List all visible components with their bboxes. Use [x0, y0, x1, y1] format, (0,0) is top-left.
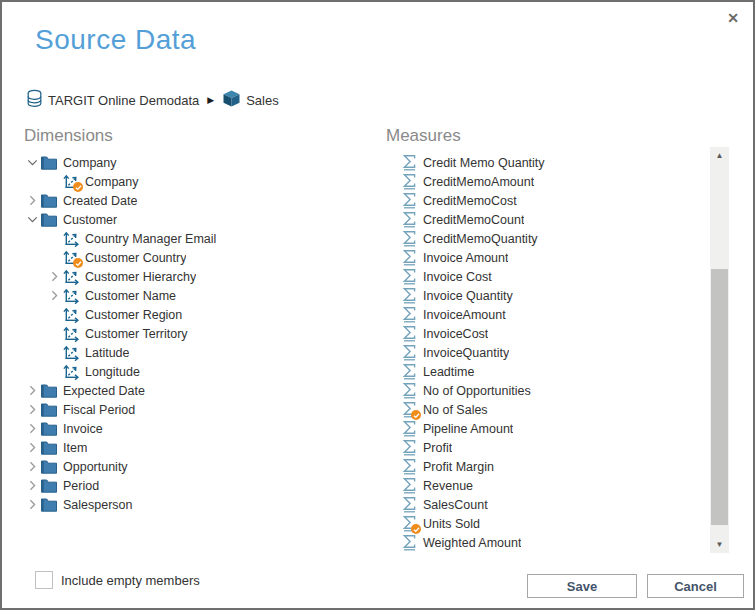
measure-units-sold[interactable]: Units Sold	[386, 514, 708, 533]
tree-item-label: Customer Territory	[85, 327, 188, 341]
tree-dimension-customer-territory[interactable]: Customer Territory	[24, 324, 376, 343]
folder-icon	[40, 496, 58, 513]
orange-check-badge	[73, 182, 83, 192]
scrollbar-down-icon[interactable]: ▼	[710, 536, 729, 553]
tree-folder-expected-date[interactable]: Expected Date	[24, 381, 376, 400]
chevron-right-icon[interactable]	[46, 288, 62, 304]
measure-invoice-quantity[interactable]: Invoice Quantity	[386, 286, 708, 305]
chevron-right-icon[interactable]	[24, 421, 40, 437]
cancel-button[interactable]: Cancel	[647, 574, 744, 598]
tree-folder-company[interactable]: Company	[24, 153, 376, 172]
measure-item-label: Invoice Quantity	[423, 289, 513, 303]
measure-creditmemocost[interactable]: CreditMemoCost	[386, 191, 708, 210]
measure-creditmemoamount[interactable]: CreditMemoAmount	[386, 172, 708, 191]
sigma-icon	[400, 477, 418, 494]
measure-invoicequantity[interactable]: InvoiceQuantity	[386, 343, 708, 362]
measure-revenue[interactable]: Revenue	[386, 476, 708, 495]
chevron-spacer	[46, 326, 62, 342]
sigma-icon	[400, 192, 418, 209]
measure-no-of-opportunities[interactable]: No of Opportunities	[386, 381, 708, 400]
close-icon[interactable]: ✕	[723, 8, 743, 28]
include-empty-members-checkbox[interactable]	[35, 571, 53, 589]
measures-scrollbar-track[interactable]: ▲ ▼	[710, 147, 729, 553]
measure-invoice-amount[interactable]: Invoice Amount	[386, 248, 708, 267]
measure-no-of-sales[interactable]: No of Sales	[386, 400, 708, 419]
chevron-right-icon[interactable]	[24, 383, 40, 399]
orange-check-badge	[411, 410, 421, 420]
save-button[interactable]: Save	[527, 574, 637, 598]
measure-profit-margin[interactable]: Profit Margin	[386, 457, 708, 476]
dimensions-header: Dimensions	[24, 126, 376, 146]
tree-folder-customer[interactable]: Customer	[24, 210, 376, 229]
breadcrumb-database-label: TARGIT Online Demodata	[48, 93, 199, 108]
measure-item-label: Weighted Amount	[423, 536, 521, 550]
include-empty-members-label[interactable]: Include empty members	[61, 573, 200, 588]
tree-dimension-latitude[interactable]: Latitude	[24, 343, 376, 362]
tree-folder-invoice[interactable]: Invoice	[24, 419, 376, 438]
measure-item-label: Profit	[423, 441, 452, 455]
axis-icon	[62, 173, 80, 190]
sigma-icon	[400, 515, 418, 532]
measure-leadtime[interactable]: Leadtime	[386, 362, 708, 381]
measure-item-label: Profit Margin	[423, 460, 494, 474]
chevron-right-icon[interactable]	[24, 440, 40, 456]
folder-icon	[40, 401, 58, 418]
tree-folder-salesperson[interactable]: Salesperson	[24, 495, 376, 514]
chevron-right-icon[interactable]	[24, 497, 40, 513]
chevron-down-icon[interactable]	[24, 212, 40, 228]
dimensions-panel: Dimensions Company Company Created Date	[24, 126, 376, 514]
tree-dimension-longitude[interactable]: Longitude	[24, 362, 376, 381]
chevron-right-icon[interactable]	[24, 193, 40, 209]
measure-item-label: Revenue	[423, 479, 473, 493]
chevron-spacer	[46, 231, 62, 247]
tree-item-label: Period	[63, 479, 99, 493]
chevron-right-icon[interactable]	[24, 478, 40, 494]
sigma-icon	[400, 344, 418, 361]
tree-dimension-customer-hierarchy[interactable]: Customer Hierarchy	[24, 267, 376, 286]
source-data-dialog: Source Data ✕ TARGIT Online Demodata ▶	[0, 0, 755, 610]
chevron-down-icon[interactable]	[24, 155, 40, 171]
tree-dimension-country-manager-email[interactable]: Country Manager Email	[24, 229, 376, 248]
measure-creditmemoquantity[interactable]: CreditMemoQuantity	[386, 229, 708, 248]
tree-folder-created-date[interactable]: Created Date	[24, 191, 376, 210]
measure-item-label: InvoiceQuantity	[423, 346, 509, 360]
tree-folder-fiscal-period[interactable]: Fiscal Period	[24, 400, 376, 419]
page-title: Source Data	[35, 24, 196, 56]
axis-icon	[62, 287, 80, 304]
breadcrumb-cube[interactable]: Sales	[222, 90, 279, 110]
measure-salescount[interactable]: SalesCount	[386, 495, 708, 514]
breadcrumb-database[interactable]: TARGIT Online Demodata	[26, 89, 199, 111]
scrollbar-up-icon[interactable]: ▲	[710, 147, 729, 164]
tree-folder-item[interactable]: Item	[24, 438, 376, 457]
measure-invoiceamount[interactable]: InvoiceAmount	[386, 305, 708, 324]
axis-icon	[62, 268, 80, 285]
chevron-spacer	[46, 307, 62, 323]
measure-pipeline-amount[interactable]: Pipeline Amount	[386, 419, 708, 438]
sigma-icon	[400, 363, 418, 380]
measure-credit-memo-quantity[interactable]: Credit Memo Quantity	[386, 153, 708, 172]
sigma-icon	[400, 154, 418, 171]
tree-dimension-customer-country[interactable]: Customer Country	[24, 248, 376, 267]
scrollbar-thumb[interactable]	[711, 269, 728, 525]
database-icon	[26, 89, 43, 111]
tree-item-label: Created Date	[63, 194, 137, 208]
tree-dimension-customer-region[interactable]: Customer Region	[24, 305, 376, 324]
measure-weighted-amount[interactable]: Weighted Amount	[386, 533, 708, 552]
chevron-right-icon[interactable]	[24, 459, 40, 475]
chevron-right-icon[interactable]	[46, 269, 62, 285]
breadcrumb-separator-icon: ▶	[205, 95, 216, 105]
chevron-right-icon[interactable]	[24, 402, 40, 418]
measure-invoicecost[interactable]: InvoiceCost	[386, 324, 708, 343]
tree-item-label: Customer Hierarchy	[85, 270, 196, 284]
measure-invoice-cost[interactable]: Invoice Cost	[386, 267, 708, 286]
measure-creditmemocount[interactable]: CreditMemoCount	[386, 210, 708, 229]
sigma-icon	[400, 173, 418, 190]
tree-item-label: Opportunity	[63, 460, 128, 474]
tree-dimension-customer-name[interactable]: Customer Name	[24, 286, 376, 305]
tree-dimension-company[interactable]: Company	[24, 172, 376, 191]
tree-folder-period[interactable]: Period	[24, 476, 376, 495]
folder-icon	[40, 211, 58, 228]
tree-item-label: Customer	[63, 213, 117, 227]
tree-folder-opportunity[interactable]: Opportunity	[24, 457, 376, 476]
measure-profit[interactable]: Profit	[386, 438, 708, 457]
